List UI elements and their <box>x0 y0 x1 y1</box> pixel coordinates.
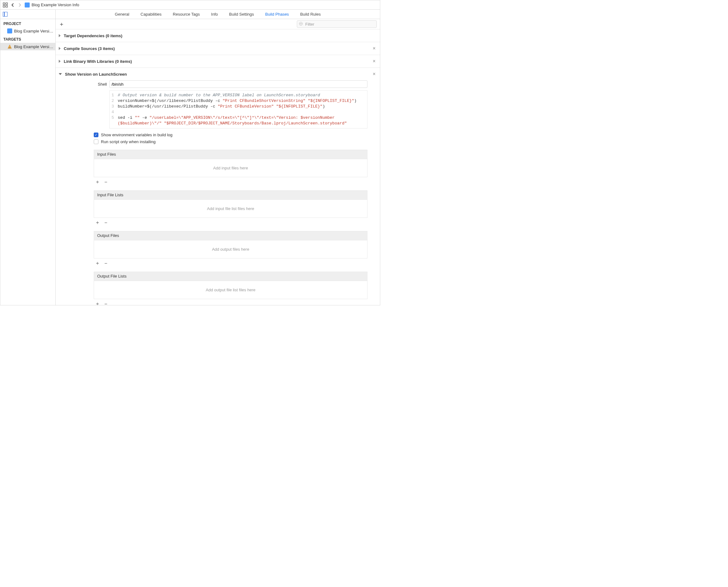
output-file-lists-dropzone[interactable]: Add output file list files here <box>94 281 367 299</box>
project-section-label: PROJECT <box>0 19 55 27</box>
svg-point-4 <box>299 22 302 25</box>
svg-rect-3 <box>6 5 8 7</box>
remove-output-file-button[interactable]: − <box>104 261 107 266</box>
output-file-lists-header: Output File Lists <box>94 272 367 281</box>
phase-link-binary[interactable]: Link Binary With Libraries (0 items) × <box>56 55 380 68</box>
navigator-sidebar: PROJECT Blog Example Versi… TARGETS Blog… <box>0 10 56 305</box>
filter-icon <box>299 22 304 26</box>
disclosure-icon <box>59 47 60 50</box>
show-env-vars-checkbox[interactable] <box>94 133 98 137</box>
remove-input-file-list-button[interactable]: − <box>104 220 107 226</box>
forward-icon <box>18 3 22 7</box>
shell-input[interactable] <box>110 80 367 88</box>
phase-title: Target Dependencies (0 items) <box>64 33 122 38</box>
remove-input-file-button[interactable]: − <box>104 180 107 185</box>
remove-output-file-list-button[interactable]: − <box>104 301 107 305</box>
targets-section-label: TARGETS <box>0 35 55 43</box>
project-item-label: Blog Example Versi… <box>14 29 53 33</box>
code-gutter: 1 2 3 4 5 <box>110 91 117 128</box>
tab-build-phases[interactable]: Build Phases <box>265 12 289 17</box>
remove-phase-button[interactable]: × <box>373 46 375 51</box>
tab-general[interactable]: General <box>115 12 129 17</box>
run-only-installing-checkbox[interactable] <box>94 139 98 144</box>
target-item[interactable]: Blog Example Versi… <box>0 43 55 50</box>
add-phase-button[interactable]: ＋ <box>59 20 64 28</box>
phase-toolbar: ＋ Filter <box>56 19 380 29</box>
input-file-lists-header: Input File Lists <box>94 190 367 200</box>
project-file-icon <box>7 28 12 33</box>
breadcrumb[interactable]: Blog Example Version Info <box>25 2 79 7</box>
back-icon[interactable] <box>11 3 15 7</box>
project-icon <box>25 2 30 7</box>
input-file-lists-dropzone[interactable]: Add input file list files here <box>94 200 367 218</box>
script-editor[interactable]: # Output version & build number to the A… <box>117 91 367 128</box>
show-env-vars-label: Show environment variables in build log <box>101 133 172 137</box>
navigator-grid-icon[interactable] <box>3 2 8 7</box>
svg-rect-1 <box>6 3 8 5</box>
panel-toggle-icon[interactable] <box>3 12 7 17</box>
phase-title: Link Binary With Libraries (0 items) <box>64 59 132 64</box>
disclosure-icon <box>59 34 60 37</box>
output-files-header: Output Files <box>94 231 367 240</box>
filter-placeholder: Filter <box>305 22 314 27</box>
tab-build-rules[interactable]: Build Rules <box>300 12 321 17</box>
remove-phase-button[interactable]: × <box>373 58 375 64</box>
phase-title: Compile Sources (3 items) <box>64 46 115 51</box>
add-input-file-button[interactable]: ＋ <box>95 179 100 185</box>
add-output-file-list-button[interactable]: ＋ <box>95 301 100 305</box>
svg-rect-0 <box>3 3 5 5</box>
shell-label: Shell <box>94 82 107 87</box>
svg-rect-2 <box>3 5 5 7</box>
phase-compile-sources[interactable]: Compile Sources (3 items) × <box>56 42 380 55</box>
project-item[interactable]: Blog Example Versi… <box>0 27 55 35</box>
run-only-installing-label: Run script only when installing <box>101 139 155 144</box>
breadcrumb-title: Blog Example Version Info <box>31 2 79 7</box>
disclosure-icon <box>59 73 62 75</box>
add-input-file-list-button[interactable]: ＋ <box>95 219 100 226</box>
app-target-icon <box>7 44 12 49</box>
add-output-file-button[interactable]: ＋ <box>95 260 100 267</box>
input-files-dropzone[interactable]: Add input files here <box>94 159 367 177</box>
tab-capabilities[interactable]: Capabilities <box>141 12 162 17</box>
remove-phase-button[interactable]: × <box>373 71 375 77</box>
tab-build-settings[interactable]: Build Settings <box>229 12 254 17</box>
input-files-header: Input Files <box>94 150 367 159</box>
editor-tabs: General Capabilities Resource Tags Info … <box>56 10 380 19</box>
output-files-dropzone[interactable]: Add output files here <box>94 240 367 258</box>
navigation-toolbar: Blog Example Version Info <box>0 0 380 10</box>
phase-title: Show Version on LaunchScreen <box>65 72 127 76</box>
tab-resource-tags[interactable]: Resource Tags <box>173 12 200 17</box>
tab-info[interactable]: Info <box>211 12 218 17</box>
disclosure-icon <box>59 60 60 63</box>
target-item-label: Blog Example Versi… <box>14 44 53 49</box>
filter-input[interactable]: Filter <box>297 20 377 28</box>
phase-run-script[interactable]: Show Version on LaunchScreen × <box>56 68 380 80</box>
phase-target-dependencies[interactable]: Target Dependencies (0 items) <box>56 29 380 42</box>
